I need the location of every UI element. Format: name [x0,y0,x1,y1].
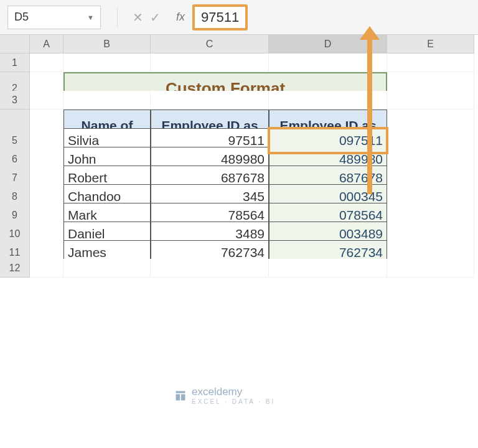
cell[interactable] [387,91,474,110]
formula-bar: D5 ▼ ✕ ✓ fx 97511 [0,0,478,35]
col-header-C[interactable]: C [151,35,269,54]
confirm-icon[interactable]: ✓ [146,10,164,25]
cancel-icon[interactable]: ✕ [129,10,146,25]
cell[interactable] [387,259,474,278]
cell[interactable] [63,54,151,72]
col-header-A[interactable]: A [30,35,63,54]
annotation-arrow-head [360,26,380,40]
annotation-arrow [367,34,372,194]
col-header-B[interactable]: B [63,35,151,54]
name-box-value: D5 [14,11,29,24]
fx-icon[interactable]: fx [176,11,185,24]
cell[interactable] [30,259,63,278]
cell[interactable] [63,91,151,110]
name-box[interactable]: D5 ▼ [7,6,101,29]
formula-value-highlight[interactable]: 97511 [192,4,248,30]
row-header[interactable]: 3 [0,91,30,110]
spreadsheet-grid: A B C D E 1 2 Custom Format 3 4 Name of … [0,35,478,278]
row-header[interactable]: 1 [0,54,30,72]
watermark: exceldemy EXCEL · DATA · BI [174,386,275,405]
cell[interactable] [387,54,474,72]
cell[interactable] [63,259,151,278]
cell[interactable] [30,91,63,110]
watermark-logo-icon [174,390,187,402]
watermark-tagline: EXCEL · DATA · BI [192,398,275,405]
watermark-brand: exceldemy [192,386,275,398]
cell[interactable] [269,259,387,278]
row-header[interactable]: 12 [0,259,30,278]
col-header-E[interactable]: E [387,35,474,54]
divider [117,7,118,27]
cell[interactable] [151,91,269,110]
cell[interactable] [151,54,269,72]
name-box-dropdown-icon[interactable]: ▼ [87,14,94,21]
cell[interactable] [30,54,63,72]
cell[interactable] [151,259,269,278]
select-all-corner[interactable] [0,35,30,54]
